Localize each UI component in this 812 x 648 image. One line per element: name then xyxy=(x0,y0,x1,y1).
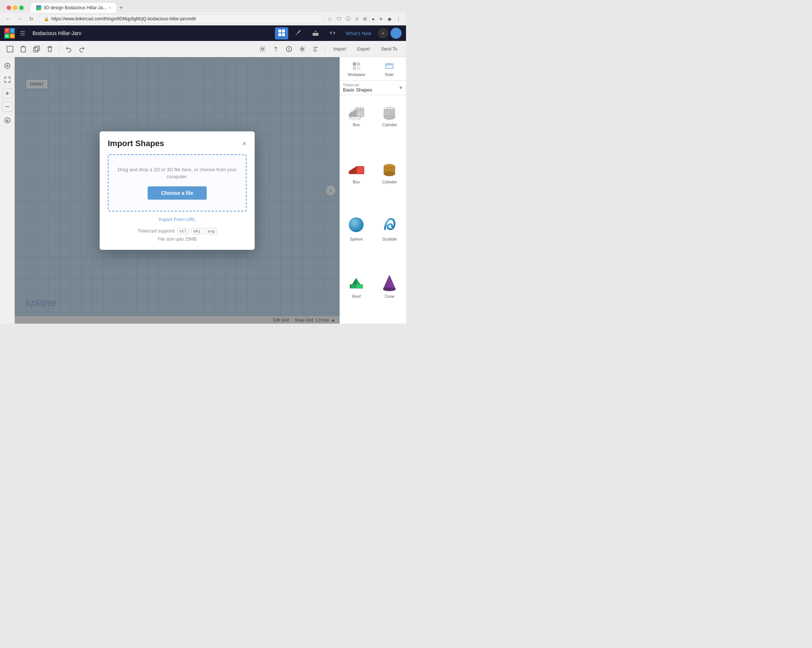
svg-rect-3 xyxy=(282,33,285,36)
shape-box-1[interactable]: Box xyxy=(340,95,373,152)
hamburger-button[interactable]: ☰ xyxy=(18,28,27,38)
undo-button[interactable] xyxy=(63,44,74,55)
dropdown-arrow-icon[interactable]: ▼ xyxy=(398,85,403,90)
traffic-light-yellow[interactable] xyxy=(13,6,17,10)
home-view-button[interactable] xyxy=(2,60,13,71)
shape-name-sphere: Sphere xyxy=(350,237,363,241)
zoom-out-button[interactable] xyxy=(2,102,12,112)
download-button[interactable] xyxy=(2,115,13,126)
shape-preview-box-2 xyxy=(345,156,368,178)
svg-rect-22 xyxy=(386,64,393,68)
select-all-button[interactable] xyxy=(5,44,15,55)
shape-sphere[interactable]: Sphere xyxy=(340,210,373,267)
svg-point-10 xyxy=(276,50,276,51)
send-to-button[interactable]: Send To xyxy=(377,44,401,54)
fit-button[interactable] xyxy=(2,74,13,85)
export-button[interactable]: Export xyxy=(353,44,374,54)
modal-body: Drag and drop a 2D or 3D file here, or c… xyxy=(100,154,255,250)
shape-scribble[interactable]: Scribble xyxy=(373,210,406,267)
zoom-in-button[interactable] xyxy=(2,88,12,99)
extension-btn-4[interactable]: ⚙ xyxy=(362,15,368,23)
traffic-light-red[interactable] xyxy=(7,6,11,10)
main-area: Import Export Send To xyxy=(0,41,406,324)
nav-code-button[interactable] xyxy=(326,27,339,40)
choose-file-button[interactable]: Choose a file xyxy=(148,186,206,200)
back-button[interactable]: ← xyxy=(4,15,12,23)
svg-point-13 xyxy=(7,65,8,66)
avatar[interactable] xyxy=(391,28,401,39)
annotation-button[interactable] xyxy=(284,44,295,55)
shape-box-2[interactable]: Box xyxy=(340,152,373,209)
import-shapes-modal: Import Shapes × Drag and drop a 2D or 3D… xyxy=(100,131,255,250)
svg-rect-4 xyxy=(313,33,319,36)
ruler-label: Ruler xyxy=(385,73,394,77)
help-button[interactable] xyxy=(270,44,281,55)
forward-button[interactable]: → xyxy=(15,15,24,23)
extension-btn-7[interactable]: ◆ xyxy=(386,15,393,23)
extension-btn-6[interactable]: ✈ xyxy=(378,15,384,23)
panel-workplane-button[interactable]: Workplane xyxy=(340,57,373,81)
nav-tool-button[interactable] xyxy=(292,27,305,40)
whats-new-button[interactable]: What's New xyxy=(343,29,374,38)
browser-menu-button[interactable]: ⋮ xyxy=(395,15,402,23)
format-svg: svg xyxy=(205,228,217,234)
shape-cylinder-1[interactable]: Cylinder xyxy=(373,95,406,152)
right-panel: Workplane Ruler xyxy=(340,57,406,324)
tab-title: 3D design Bodacious Hillar-Ja... xyxy=(44,5,107,10)
delete-button[interactable] xyxy=(44,44,55,55)
shape-preview-cylinder-1 xyxy=(379,99,401,121)
svg-rect-2 xyxy=(278,33,281,36)
browser-tab[interactable]: 3D design Bodacious Hillar-Ja... × xyxy=(31,3,116,12)
shapes-name: Basic Shapes xyxy=(343,87,372,93)
svg-point-51 xyxy=(384,172,395,176)
svg-point-9 xyxy=(261,48,264,50)
reload-button[interactable]: ↻ xyxy=(27,15,35,23)
shape-name-cylinder-2: Cylinder xyxy=(382,180,397,184)
shapes-category-info: Tinkercad Basic Shapes xyxy=(343,83,372,93)
user-actions: + xyxy=(378,28,401,39)
svg-marker-55 xyxy=(356,285,363,288)
add-user-button[interactable]: + xyxy=(378,28,388,38)
new-tab-button[interactable]: + xyxy=(116,3,125,12)
nav-grid-button[interactable] xyxy=(275,27,288,40)
shape-roof[interactable]: Roof xyxy=(340,267,373,324)
shape-cone[interactable]: Cone xyxy=(373,267,406,324)
svg-rect-19 xyxy=(357,63,360,66)
extension-btn-2[interactable]: ⓘ xyxy=(345,14,352,23)
redo-button[interactable] xyxy=(76,44,87,55)
svg-rect-5 xyxy=(7,46,13,52)
svg-rect-7 xyxy=(34,47,38,52)
right-panel-top: Workplane Ruler xyxy=(340,57,406,81)
traffic-light-green[interactable] xyxy=(19,6,24,10)
drop-zone[interactable]: Drag and drop a 2D or 3D file here, or c… xyxy=(108,154,247,212)
browser-toolbar-icons: ☆ 🛡 ⓘ V ⚙ ● ✈ ◆ ⋮ xyxy=(326,14,402,23)
import-button[interactable]: Import xyxy=(329,44,350,54)
align-button[interactable] xyxy=(310,44,321,55)
shape-cylinder-2[interactable]: Cylinder xyxy=(373,152,406,209)
modal-close-button[interactable]: × xyxy=(242,140,247,147)
svg-rect-18 xyxy=(353,63,356,66)
format-stl: stl xyxy=(177,228,189,234)
duplicate-button[interactable] xyxy=(31,44,42,55)
modal-overlay[interactable]: Import Shapes × Drag and drop a 2D or 3D… xyxy=(15,57,340,324)
panel-ruler-button[interactable]: Ruler xyxy=(373,57,406,81)
clipboard-button[interactable] xyxy=(18,44,29,55)
nav-export-button[interactable] xyxy=(309,27,322,40)
svg-point-11 xyxy=(289,50,289,50)
mirror-button[interactable] xyxy=(297,44,308,55)
import-from-url-link[interactable]: Import From URL xyxy=(108,217,247,222)
tab-bar: 3D design Bodacious Hillar-Ja... × + xyxy=(0,0,406,12)
url-text: https://www.tinkercad.com/things/8DMqy9g… xyxy=(51,16,195,21)
tab-close-icon[interactable]: × xyxy=(109,6,111,10)
tab-favicon xyxy=(36,5,41,10)
url-input[interactable]: 🔒 https://www.tinkercad.com/things/8DMqy… xyxy=(38,14,323,23)
light-button[interactable] xyxy=(257,44,268,55)
extension-btn-1[interactable]: 🛡 xyxy=(336,15,342,23)
extension-btn-5[interactable]: ● xyxy=(371,15,376,23)
shape-preview-cylinder-2 xyxy=(379,156,401,178)
canvas-area[interactable]: FRONT kplane › Edit Grid Snap Grid 1.0 m… xyxy=(15,57,340,324)
extension-btn-3[interactable]: V xyxy=(354,15,360,23)
workplane-label: Workplane xyxy=(348,73,365,77)
shape-preview-box-1 xyxy=(345,99,368,121)
bookmark-button[interactable]: ☆ xyxy=(326,15,333,23)
